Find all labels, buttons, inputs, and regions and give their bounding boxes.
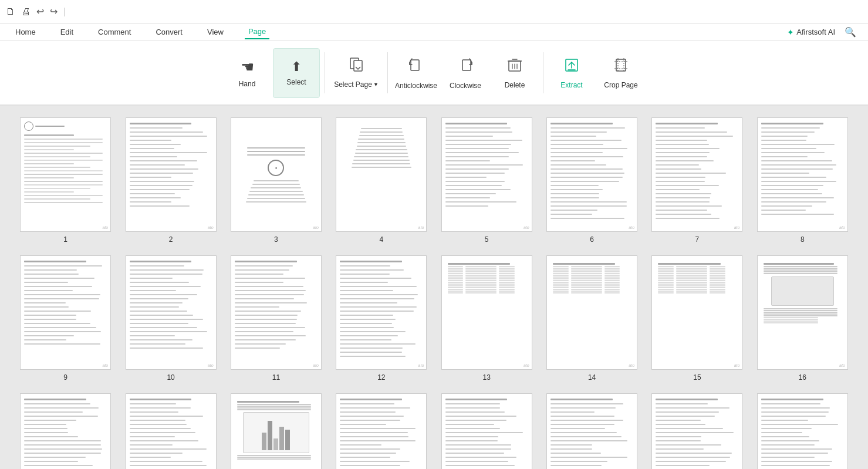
page-image[interactable]: ato	[757, 255, 848, 370]
page-watermark: ato	[313, 225, 319, 230]
page-thumb[interactable]: ato20	[333, 393, 429, 469]
page-image[interactable]: ato	[651, 393, 742, 469]
redo-icon[interactable]: ↪	[50, 6, 58, 17]
page-area[interactable]: ato1ato2 ● ato3 ato4ato5ato6ato7ato8ato9…	[0, 106, 868, 469]
page-image[interactable]: ato	[20, 255, 111, 370]
pages-grid: ato1ato2 ● ato3 ato4ato5ato6ato7ato8ato9…	[18, 117, 850, 469]
select-button[interactable]: ⬆ Select	[273, 48, 320, 98]
page-number: 10	[167, 373, 174, 382]
page-image[interactable]: ato	[20, 393, 111, 469]
page-number: 2	[169, 235, 173, 244]
page-thumb[interactable]: ato24	[755, 393, 850, 469]
page-thumb[interactable]: ato14	[544, 255, 640, 382]
page-image[interactable]: ato	[757, 393, 848, 469]
page-thumb[interactable]: ato1	[18, 117, 113, 244]
page-image[interactable]: ato	[126, 255, 217, 370]
hand-label: Hand	[239, 80, 256, 88]
page-image[interactable]: ato	[546, 117, 637, 232]
page-watermark: ato	[629, 363, 634, 367]
delete-button[interactable]: Delete	[491, 48, 538, 98]
menu-comment[interactable]: Comment	[94, 25, 134, 39]
page-image[interactable]: ato	[651, 255, 742, 370]
page-thumb[interactable]: ● ato3	[228, 117, 324, 244]
menu-page[interactable]: Page	[245, 25, 269, 39]
page-thumb[interactable]: ato15	[649, 255, 745, 382]
page-thumb[interactable]: ato18	[123, 393, 218, 469]
page-watermark: ato	[523, 225, 529, 230]
menu-edit[interactable]: Edit	[57, 25, 77, 39]
file-icon[interactable]: 🗋	[6, 6, 15, 17]
page-image[interactable]: ato	[441, 255, 532, 370]
page-number: 4	[379, 235, 383, 244]
menu-home[interactable]: Home	[12, 25, 39, 39]
page-thumb[interactable]: ato23	[649, 393, 745, 469]
page-number: 8	[801, 235, 805, 244]
hand-button[interactable]: ☚ Hand	[224, 48, 271, 98]
page-watermark: ato	[208, 363, 214, 367]
brand-label: Afirstsoft AI	[796, 28, 835, 36]
page-watermark: ato	[734, 363, 740, 367]
print-icon[interactable]: 🖨	[21, 6, 31, 17]
clockwise-button[interactable]: Clockwise	[442, 48, 489, 98]
page-thumb[interactable]: ato2	[123, 117, 218, 244]
svg-rect-13	[616, 59, 626, 71]
clockwise-icon	[457, 56, 474, 78]
page-thumb[interactable]: ato13	[439, 255, 535, 382]
titlebar: 🗋 🖨 ↩ ↪ |	[0, 0, 868, 23]
clockwise-label: Clockwise	[450, 82, 481, 90]
page-image[interactable]: ato	[336, 255, 427, 370]
page-image[interactable]: ato	[336, 117, 427, 232]
page-image[interactable]: ato	[546, 393, 637, 469]
page-image[interactable]: ato	[441, 117, 532, 232]
page-thumb[interactable]: ato10	[123, 255, 218, 382]
page-image[interactable]: ato	[757, 117, 848, 232]
page-thumb[interactable]: ato22	[544, 393, 640, 469]
page-image[interactable]: ● ato	[231, 117, 322, 232]
page-thumb[interactable]: ato17	[18, 393, 113, 469]
undo-icon[interactable]: ↩	[36, 6, 44, 17]
page-watermark: ato	[839, 225, 845, 230]
page-thumb[interactable]: ato6	[544, 117, 640, 244]
toolbar-separator-1	[325, 52, 325, 93]
page-number: 7	[695, 235, 700, 244]
page-thumb[interactable]: ato8	[755, 117, 850, 244]
hand-icon: ☚	[241, 58, 254, 76]
page-thumb[interactable]: ato16	[755, 255, 850, 382]
menubar: Home Edit Comment Convert View Page ✦ Af…	[0, 23, 868, 41]
page-image[interactable]: ato	[651, 117, 742, 232]
select-page-button[interactable]: Select Page ▼	[330, 48, 383, 98]
crop-page-button[interactable]: Crop Page	[597, 48, 644, 98]
menu-convert[interactable]: Convert	[152, 25, 186, 39]
page-watermark: ato	[102, 225, 108, 230]
page-image[interactable]: ato	[126, 117, 217, 232]
page-image[interactable]: ato	[231, 255, 322, 370]
page-thumb[interactable]: ato11	[228, 255, 324, 382]
extract-button[interactable]: Extract	[548, 48, 595, 98]
page-thumb[interactable]: ato19	[228, 393, 324, 469]
page-image[interactable]: ato	[20, 117, 111, 232]
page-thumb[interactable]: ato9	[18, 255, 113, 382]
search-icon[interactable]: 🔍	[845, 26, 856, 38]
delete-icon	[506, 57, 523, 77]
anticlockwise-button[interactable]: Anticlockwise	[393, 48, 440, 98]
page-thumb[interactable]: ato7	[649, 117, 745, 244]
page-image[interactable]: ato	[231, 393, 322, 469]
page-watermark: ato	[418, 363, 424, 367]
page-image[interactable]: ato	[126, 393, 217, 469]
page-thumb[interactable]: ato5	[439, 117, 535, 244]
page-thumb[interactable]: ato12	[333, 255, 429, 382]
select-icon: ⬆	[291, 59, 302, 75]
page-image[interactable]: ato	[546, 255, 637, 370]
menu-view[interactable]: View	[204, 25, 227, 39]
page-image[interactable]: ato	[336, 393, 427, 469]
page-thumb[interactable]: ato21	[439, 393, 535, 469]
page-watermark: ato	[839, 363, 845, 367]
page-number: 9	[63, 373, 67, 382]
page-number: 3	[274, 235, 278, 244]
page-thumb[interactable]: ato4	[333, 117, 429, 244]
extract-icon	[563, 57, 580, 77]
page-image[interactable]: ato	[441, 393, 532, 469]
select-page-icon	[348, 57, 364, 77]
page-watermark: ato	[208, 225, 214, 230]
svg-rect-2	[411, 60, 419, 70]
